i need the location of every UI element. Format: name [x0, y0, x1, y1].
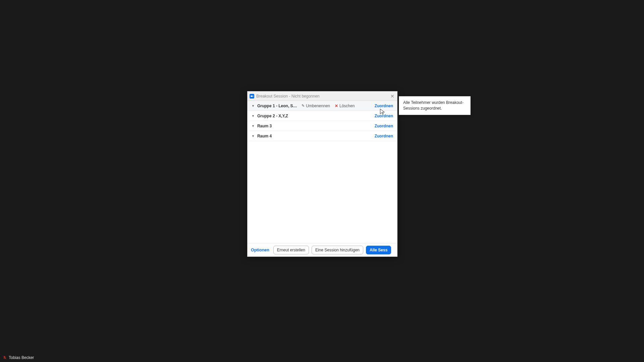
room-list: ▼ Gruppe 1 - Leon, Sa... ✎ Umbenennen ✕ …: [248, 101, 397, 243]
participant-name-overlay: Tobias Becker: [1, 355, 35, 361]
start-all-sessions-button[interactable]: Alle Sess: [366, 246, 391, 254]
svg-rect-0: [251, 95, 252, 97]
rename-room-button[interactable]: ✎ Umbenennen: [302, 104, 330, 108]
add-session-button[interactable]: Eine Session hinzufügen: [312, 246, 363, 254]
room-row[interactable]: ▼ Gruppe 1 - Leon, Sa... ✎ Umbenennen ✕ …: [248, 101, 397, 111]
dialog-titlebar: Breakout Session - Nicht begonnen ✕: [248, 92, 397, 101]
delete-room-button[interactable]: ✕ Löschen: [335, 104, 355, 108]
assign-button[interactable]: Zuordnen: [375, 104, 393, 108]
participant-name: Tobias Becker: [9, 355, 34, 360]
room-row[interactable]: ▼ Gruppe 2 - X,Y,Z Zuordnen: [248, 111, 397, 121]
caret-down-icon: ▼: [252, 104, 255, 108]
zoom-app-icon: [250, 94, 254, 99]
breakout-session-dialog: Breakout Session - Nicht begonnen ✕ ▼ Gr…: [247, 91, 397, 257]
delete-x-icon: ✕: [335, 104, 338, 108]
delete-label: Löschen: [339, 104, 355, 108]
assign-button[interactable]: Zuordnen: [375, 134, 393, 138]
close-icon[interactable]: ✕: [389, 93, 396, 100]
dialog-footer: Optionen Erneut erstellen Eine Session h…: [248, 243, 397, 256]
caret-down-icon: ▼: [252, 124, 255, 128]
rename-label: Umbenennen: [306, 104, 330, 108]
room-name: Gruppe 1 - Leon, Sa...: [257, 104, 298, 108]
room-name: Raum 3: [257, 124, 272, 128]
caret-down-icon: ▼: [252, 134, 255, 138]
recreate-button[interactable]: Erneut erstellen: [273, 246, 309, 254]
tooltip-text: Alle Teilnehmer wurden Breakout-Sessions…: [403, 100, 464, 111]
room-inline-actions: ✎ Umbenennen ✕ Löschen: [302, 104, 355, 108]
options-button[interactable]: Optionen: [251, 248, 269, 252]
assignment-tooltip: Alle Teilnehmer wurden Breakout-Sessions…: [399, 96, 471, 115]
dialog-title: Breakout Session - Nicht begonnen: [256, 94, 320, 99]
muted-mic-icon: [3, 355, 7, 360]
room-name: Raum 4: [257, 134, 272, 138]
assign-button[interactable]: Zuordnen: [375, 124, 393, 128]
room-name: Gruppe 2 - X,Y,Z: [257, 114, 288, 118]
room-row[interactable]: ▼ Raum 4 Zuordnen: [248, 131, 397, 141]
caret-down-icon: ▼: [252, 114, 255, 118]
pencil-icon: ✎: [302, 104, 305, 108]
assign-button[interactable]: Zuordnen: [375, 114, 393, 118]
room-row[interactable]: ▼ Raum 3 Zuordnen: [248, 121, 397, 131]
